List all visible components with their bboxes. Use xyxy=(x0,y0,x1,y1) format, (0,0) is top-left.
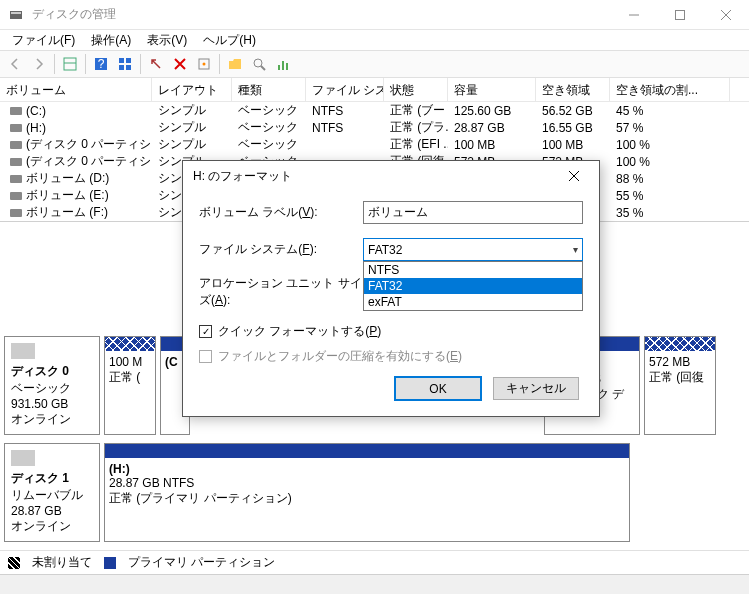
column-headers[interactable]: ボリューム レイアウト 種類 ファイル システム 状態 容量 空き領域 空き領域… xyxy=(0,78,749,102)
volume-row[interactable]: (ディスク 0 パーティシ...シンプルベーシック正常 (EFI ...100 … xyxy=(0,136,749,153)
disk0-info[interactable]: ディスク 0 ベーシック 931.50 GB オンライン xyxy=(4,336,100,435)
quick-format-checkbox[interactable]: ✓ クイック フォーマットする(P) xyxy=(199,323,583,340)
folder-icon[interactable] xyxy=(224,53,246,75)
disk0-part-recovery[interactable]: 572 MB 正常 (回復 xyxy=(644,336,716,435)
svg-rect-10 xyxy=(119,58,124,63)
volume-row[interactable]: (C:)シンプルベーシックNTFS正常 (ブート...125.60 GB56.5… xyxy=(0,102,749,119)
dialog-titlebar: H: のフォーマット xyxy=(183,161,599,191)
ok-button[interactable]: OK xyxy=(395,377,481,400)
svg-rect-3 xyxy=(676,10,685,19)
grid-icon[interactable] xyxy=(114,53,136,75)
app-icon xyxy=(8,7,24,23)
col-fs[interactable]: ファイル システム xyxy=(306,78,384,101)
chevron-down-icon: ▾ xyxy=(573,244,578,255)
col-status[interactable]: 状態 xyxy=(384,78,448,101)
statusbar xyxy=(0,574,749,594)
col-capacity[interactable]: 容量 xyxy=(448,78,536,101)
menu-help[interactable]: ヘルプ(H) xyxy=(195,30,264,51)
dialog-title: H: のフォーマット xyxy=(193,168,292,185)
svg-rect-20 xyxy=(286,63,288,70)
svg-rect-18 xyxy=(278,65,280,70)
col-free[interactable]: 空き領域 xyxy=(536,78,610,101)
help-icon[interactable]: ? xyxy=(90,53,112,75)
col-layout[interactable]: レイアウト xyxy=(152,78,232,101)
properties-icon[interactable] xyxy=(193,53,215,75)
titlebar: ディスクの管理 xyxy=(0,0,749,30)
legend: 未割り当て プライマリ パーティション xyxy=(0,550,749,574)
dialog-close-button[interactable] xyxy=(559,168,589,184)
menu-view[interactable]: 表示(V) xyxy=(139,30,195,51)
fs-option-ntfs[interactable]: NTFS xyxy=(364,262,582,278)
col-volume[interactable]: ボリューム xyxy=(0,78,152,101)
checkbox-checked-icon: ✓ xyxy=(199,325,212,338)
toolbar: ? xyxy=(0,50,749,78)
svg-rect-13 xyxy=(126,65,131,70)
close-button[interactable] xyxy=(703,0,749,30)
svg-point-15 xyxy=(203,63,206,66)
legend-primary-swatch xyxy=(104,557,116,569)
legend-unalloc-swatch xyxy=(8,557,20,569)
filesystem-dropdown: NTFS FAT32 exFAT xyxy=(363,261,583,311)
back-icon xyxy=(4,53,26,75)
svg-text:?: ? xyxy=(98,57,105,71)
disk-icon xyxy=(11,343,35,359)
svg-rect-12 xyxy=(119,65,124,70)
menu-action[interactable]: 操作(A) xyxy=(83,30,139,51)
volume-label-label: ボリューム ラベル(V): xyxy=(199,204,363,221)
legend-unalloc: 未割り当て xyxy=(32,554,92,571)
filesystem-value: FAT32 xyxy=(368,243,402,257)
svg-rect-19 xyxy=(282,61,284,70)
checkbox-unchecked-icon xyxy=(199,350,212,363)
compress-checkbox: ファイルとフォルダーの圧縮を有効にする(E) xyxy=(199,348,583,365)
disk1-part-h[interactable]: (H:) 28.87 GB NTFS 正常 (プライマリ パーティション) xyxy=(104,443,630,542)
cancel-button[interactable]: キャンセル xyxy=(493,377,579,400)
menubar: ファイル(F) 操作(A) 表示(V) ヘルプ(H) xyxy=(0,30,749,50)
maximize-button[interactable] xyxy=(657,0,703,30)
disk0-part1[interactable]: 100 M 正常 ( xyxy=(104,336,156,435)
layout-icon[interactable] xyxy=(59,53,81,75)
fs-option-fat32[interactable]: FAT32 xyxy=(364,278,582,294)
col-type[interactable]: 種類 xyxy=(232,78,306,101)
volume-row[interactable]: (H:)シンプルベーシックNTFS正常 (プラ...28.87 GB16.55 … xyxy=(0,119,749,136)
chart-icon[interactable] xyxy=(272,53,294,75)
disk1-map: ディスク 1 リムーバブル 28.87 GB オンライン (H:) 28.87 … xyxy=(0,439,749,546)
format-dialog: H: のフォーマット ボリューム ラベル(V): ファイル システム(F): F… xyxy=(182,160,600,417)
disk1-info[interactable]: ディスク 1 リムーバブル 28.87 GB オンライン xyxy=(4,443,100,542)
search-icon[interactable] xyxy=(248,53,270,75)
delete-icon[interactable] xyxy=(169,53,191,75)
window-title: ディスクの管理 xyxy=(32,6,611,23)
svg-rect-11 xyxy=(126,58,131,63)
filesystem-combo[interactable]: FAT32 ▾ NTFS FAT32 exFAT xyxy=(363,238,583,261)
disk0-label: ディスク 0 xyxy=(11,364,69,378)
fs-option-exfat[interactable]: exFAT xyxy=(364,294,582,310)
disk1-label: ディスク 1 xyxy=(11,471,69,485)
legend-primary: プライマリ パーティション xyxy=(128,554,275,571)
svg-rect-1 xyxy=(11,12,21,14)
disk-icon xyxy=(11,450,35,466)
svg-line-17 xyxy=(261,66,265,70)
volume-label-input[interactable] xyxy=(363,201,583,224)
svg-rect-6 xyxy=(64,58,76,70)
action-icon[interactable] xyxy=(145,53,167,75)
minimize-button[interactable] xyxy=(611,0,657,30)
filesystem-label: ファイル システム(F): xyxy=(199,241,363,258)
menu-file[interactable]: ファイル(F) xyxy=(4,30,83,51)
col-freepct[interactable]: 空き領域の割... xyxy=(610,78,730,101)
allocation-unit-label: アロケーション ユニット サイズ(A): xyxy=(199,275,363,309)
svg-point-16 xyxy=(254,59,262,67)
forward-icon xyxy=(28,53,50,75)
